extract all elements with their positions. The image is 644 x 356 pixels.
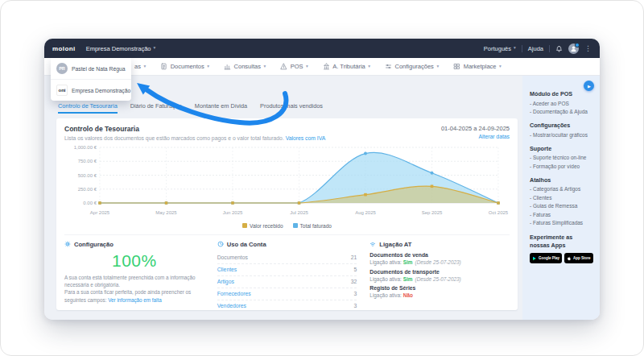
usage-section: Uso da Conta Documentos21Clientes5Artigo… xyxy=(217,241,357,312)
tab-diario-de-faturacao[interactable]: Diário de Faturação xyxy=(130,102,182,114)
legend-total-faturado[interactable]: Total faturado xyxy=(293,223,332,229)
nav-item-as[interactable]: as▾ xyxy=(134,63,146,70)
sidebar-item-formacao-por-video[interactable]: Formação por vídeo xyxy=(530,164,593,169)
tab-controlo-de-tesouraria[interactable]: Controlo de Tesouraria xyxy=(58,102,118,114)
sidebar-sections: Módulo de POSAceder ao POSDocumentação &… xyxy=(530,90,593,226)
company-dropdown: PRPastel de Nata RéguaoniEmpresa Demonst… xyxy=(51,58,131,101)
sidebar-item-faturas-simplificadas[interactable]: Faturas Simplificadas xyxy=(530,220,593,226)
company-option-pastel-de-nata-regua[interactable]: PRPastel de Nata Régua xyxy=(51,58,131,79)
at-status-label: Ligação ativa: xyxy=(369,292,401,298)
user-avatar[interactable] xyxy=(568,43,579,54)
sidebar-item-clientes[interactable]: Clientes xyxy=(530,195,593,201)
sidebar-section-title: Suporte xyxy=(530,145,593,152)
at-section: Ligação AT Documentos de vendaLigação at… xyxy=(369,241,510,312)
treasury-card-header: Controlo de Tesouraria Lista os valores … xyxy=(64,125,510,141)
company-selector-label: Empresa Demonstração xyxy=(86,45,151,52)
sidebar-item-mostrar-ocultar-graficos[interactable]: Mostrar/ocultar gráficos xyxy=(530,132,593,138)
usage-label-vendedores[interactable]: Vendedores xyxy=(217,303,246,308)
usage-value: 32 xyxy=(351,279,357,284)
chevron-down-icon: ▾ xyxy=(368,64,370,69)
usage-row-clientes: Clientes5 xyxy=(217,264,357,276)
company-badge: oni xyxy=(56,85,68,96)
usage-label-artigos[interactable]: Artigos xyxy=(217,279,234,284)
marketplace-icon xyxy=(453,63,460,70)
app-store-badge[interactable]: App Store xyxy=(564,253,593,263)
nav-item-configuracoes[interactable]: Configurações▾ xyxy=(385,63,439,70)
kebab-menu-icon[interactable]: ⋮ xyxy=(584,45,592,52)
usage-row-documentos: Documentos21 xyxy=(217,252,357,264)
legend-label: Valor recebido xyxy=(250,223,283,229)
app-window: moloni Empresa Demonstração ▾ Português … xyxy=(44,39,600,320)
treasury-subtitle-text: Lista os valores dos documentos que estã… xyxy=(64,135,284,141)
usage-label-clientes[interactable]: Clientes xyxy=(217,267,237,272)
at-entry-status: Ligação ativa:Não xyxy=(369,292,510,298)
language-selector[interactable]: Português ▾ xyxy=(484,45,516,52)
document-icon xyxy=(160,63,167,70)
google-play-badge[interactable]: Google Play xyxy=(530,253,562,263)
bar-chart-icon xyxy=(224,63,231,70)
notifications-button[interactable] xyxy=(555,45,563,52)
sidebar-section-modulo-de-pos: Módulo de POSAceder ao POSDocumentação &… xyxy=(530,90,593,114)
wifi-icon xyxy=(369,241,376,247)
valores-com-iva-link[interactable]: Valores com IVA xyxy=(286,135,326,141)
at-entry-status: Ligação ativa:Sim(Desde 25-07-2023) xyxy=(369,276,510,282)
chevron-down-icon: ▾ xyxy=(436,64,439,69)
tab-produtos-mais-vendidos[interactable]: Produtos mais vendidos xyxy=(260,102,323,114)
tab-montante-em-divida[interactable]: Montante em Dívida xyxy=(195,102,247,114)
usage-row-vendedores: Vendedores3 xyxy=(217,300,357,312)
sidebar-item-documentacao-ajuda[interactable]: Documentação & Ajuda xyxy=(530,109,593,114)
company-selector[interactable]: Empresa Demonstração ▾ xyxy=(86,45,156,52)
sidebar-section-title: Módulo de POS xyxy=(530,90,593,97)
usage-value: 3 xyxy=(354,303,357,308)
tabs: Controlo de TesourariaDiário de Faturaçã… xyxy=(58,102,518,114)
nav-item-label: Configurações xyxy=(395,63,434,70)
at-status-value: Sim xyxy=(403,276,413,282)
sidebar-section-title: Atalhos xyxy=(530,176,593,184)
svg-text:500.00 €: 500.00 € xyxy=(78,172,97,177)
store-badges: Google PlayApp Store xyxy=(530,253,593,263)
usage-value: 21 xyxy=(351,255,357,260)
treasury-chart: 1,000.00 €750.00 €500.00 €250.00 €0.00 €… xyxy=(64,143,511,222)
treasury-card-titles: Controlo de Tesouraria Lista os valores … xyxy=(64,125,325,141)
clock-icon-slot xyxy=(217,241,224,249)
content: Painel Principal Controlo de TesourariaD… xyxy=(44,76,600,320)
nav-item-marketplace[interactable]: Marketplace▾ xyxy=(453,63,502,70)
legend-valor-recebido[interactable]: Valor recebido xyxy=(242,223,283,229)
topbar: moloni Empresa Demonstração ▾ Português … xyxy=(44,39,600,58)
nav-item-pos[interactable]: POS▾ xyxy=(280,63,308,70)
clock-icon xyxy=(217,241,224,247)
svg-text:250.00 €: 250.00 € xyxy=(78,186,97,191)
sidebar-item-guias-de-remessa[interactable]: Guias de Remessa xyxy=(530,203,593,209)
chevron-down-icon: ▾ xyxy=(499,64,502,69)
sidebar-item-categorias-artigos[interactable]: Categorias & Artigos xyxy=(530,186,593,192)
svg-text:750.00 €: 750.00 € xyxy=(78,159,97,164)
language-label: Português xyxy=(484,45,511,52)
legend-swatch xyxy=(293,223,298,228)
nav-item-a-tributaria[interactable]: A. Tributária▾ xyxy=(323,63,370,70)
chevron-down-icon: ▾ xyxy=(207,64,209,69)
nav-item-consultas[interactable]: Consultas▾ xyxy=(224,63,266,70)
sidebar-item-faturas[interactable]: Faturas xyxy=(530,212,593,217)
at-status-note: (Desde 25-07-2023) xyxy=(415,276,461,282)
settings-icon xyxy=(385,63,392,70)
svg-text:Jul 2025: Jul 2025 xyxy=(290,210,308,215)
config-section-header: Configuração xyxy=(64,241,204,249)
svg-text:1,000.00 €: 1,000.00 € xyxy=(74,145,97,150)
usage-value: 3 xyxy=(354,291,357,296)
nav-item-documentos[interactable]: Documentos▾ xyxy=(160,63,209,70)
sidebar-item-suporte-tecnico-on-line[interactable]: Suporte técnico on-line xyxy=(530,155,593,160)
sidebar-section-atalhos: AtalhosCategorias & ArtigosClientesGuias… xyxy=(530,176,593,226)
change-dates-link[interactable]: Alterar datas xyxy=(478,134,510,139)
missing-info-link[interactable]: Ver informação em falta xyxy=(108,297,162,303)
nav-item-label: POS xyxy=(291,63,303,70)
company-option-label: Empresa Demonstração xyxy=(72,88,130,93)
play-video-button[interactable]: ▶ xyxy=(584,81,594,91)
company-option-empresa-demonstracao[interactable]: oniEmpresa Demonstração xyxy=(51,79,131,101)
usage-title: Uso da Conta xyxy=(227,241,266,248)
usage-label-fornecedores[interactable]: Fornecedores xyxy=(217,291,251,296)
sidebar-item-aceder-ao-pos[interactable]: Aceder ao POS xyxy=(530,101,593,106)
config-text: A sua conta está totalmente preenchida c… xyxy=(64,274,204,304)
treasury-subtitle: Lista os valores dos documentos que estã… xyxy=(64,135,325,141)
help-link[interactable]: Ajuda xyxy=(528,45,543,52)
at-entry-title: Documentos de venda xyxy=(369,252,510,258)
